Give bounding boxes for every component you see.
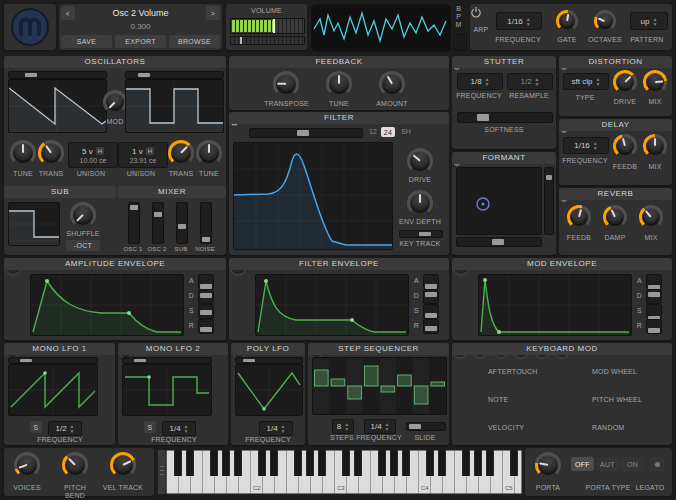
distortion-type-selector[interactable]: sft clp ▲▼ xyxy=(563,73,609,90)
stepper-arrows-icon[interactable]: ▲▼ xyxy=(595,77,600,86)
distortion-mix-knob[interactable] xyxy=(643,70,667,94)
lfo1-frequency-selector[interactable]: 1/2 ▲▼ xyxy=(48,421,82,436)
filter-env-depth-knob[interactable] xyxy=(407,190,433,216)
osc1-unison-display[interactable]: 5 v H 10.00 ce xyxy=(68,142,118,168)
osc2-unison-display[interactable]: 1 v H 23.91 ce xyxy=(118,142,168,168)
stepper-arrows-icon[interactable]: ▲▼ xyxy=(593,141,598,150)
amp-sustain-slider[interactable] xyxy=(198,304,214,319)
formant-xy-pad[interactable] xyxy=(456,167,542,235)
delay-frequency-selector[interactable]: 1/16 ▲▼ xyxy=(563,137,609,154)
porta-off-button[interactable]: OFF xyxy=(571,457,594,471)
filter-decay-slider[interactable] xyxy=(423,289,439,304)
osc1-harmonize-button[interactable]: H xyxy=(96,147,104,155)
sub-waveform-display[interactable] xyxy=(8,202,60,246)
mod-release-slider[interactable] xyxy=(646,319,662,334)
voices-knob[interactable] xyxy=(14,452,40,478)
arp-gate-knob[interactable] xyxy=(556,10,578,32)
stutter-resample-selector[interactable]: 1/2 ▲▼ xyxy=(507,73,553,90)
helm-logo-icon[interactable] xyxy=(9,6,51,48)
osc2-tune-knob[interactable] xyxy=(196,140,222,166)
amp-release-slider[interactable] xyxy=(198,319,214,334)
stepseq-frequency-selector[interactable]: 1/4 ▲▼ xyxy=(364,419,396,434)
patch-next-button[interactable]: > xyxy=(206,6,220,20)
amp-attack-slider[interactable] xyxy=(198,274,214,289)
stepper-arrows-icon[interactable]: ▲▼ xyxy=(70,424,75,433)
mixer-osc2-slider[interactable] xyxy=(152,202,164,244)
arp-octaves-knob[interactable] xyxy=(594,10,616,32)
feedback-amount-knob[interactable] xyxy=(379,71,405,97)
osc1-trans-knob[interactable] xyxy=(38,140,64,166)
stepper-arrows-icon[interactable]: ▲▼ xyxy=(652,17,657,26)
save-button[interactable]: SAVE xyxy=(61,35,112,48)
delay-feedback-knob[interactable] xyxy=(613,134,637,158)
osc2-harmonize-button[interactable]: H xyxy=(146,147,154,155)
lfo2-wave-slider[interactable] xyxy=(122,357,212,364)
stepper-arrows-icon[interactable]: ▲▼ xyxy=(485,77,490,86)
keyboard-scroll-handle[interactable] xyxy=(158,450,166,494)
sub-octave-button[interactable]: -OCT xyxy=(66,240,100,251)
mod-sustain-slider[interactable] xyxy=(646,304,662,319)
osc-mod-knob[interactable] xyxy=(103,90,127,114)
filter-drive-knob[interactable] xyxy=(407,148,433,174)
export-button[interactable]: EXPORT xyxy=(115,35,166,48)
mixer-osc1-slider[interactable] xyxy=(128,202,140,244)
porta-on-button[interactable]: ON xyxy=(621,457,644,471)
sub-shuffle-knob[interactable] xyxy=(70,202,96,228)
stepper-arrows-icon[interactable]: ▲▼ xyxy=(184,424,189,433)
stutter-frequency-selector[interactable]: 1/8 ▲▼ xyxy=(457,73,503,90)
stepper-arrows-icon[interactable]: ▲▼ xyxy=(535,77,540,86)
lfo2-sync-button[interactable]: S xyxy=(144,421,156,433)
stepseq-slide-slider[interactable] xyxy=(406,422,446,431)
bpm-display[interactable] xyxy=(453,34,467,51)
reverb-mix-knob[interactable] xyxy=(639,205,663,229)
mod-attack-slider[interactable] xyxy=(646,274,662,289)
feedback-tune-knob[interactable] xyxy=(326,71,352,97)
delay-mix-knob[interactable] xyxy=(643,134,667,158)
filter-blend-slider[interactable] xyxy=(249,128,363,138)
stepper-arrows-icon[interactable]: ▲▼ xyxy=(344,422,349,431)
polylfo-frequency-selector[interactable]: 1/4 ▲▼ xyxy=(259,421,293,436)
polylfo-waveform-display[interactable] xyxy=(235,364,303,416)
filter-24db-toggle[interactable]: 24 xyxy=(381,127,395,137)
polylfo-wave-slider[interactable] xyxy=(235,357,303,364)
filter-12db-toggle[interactable]: 12 xyxy=(367,127,379,137)
filter-key-track-slider[interactable] xyxy=(399,230,443,238)
formant-x-slider[interactable] xyxy=(456,237,542,247)
stepseq-display[interactable] xyxy=(312,357,447,415)
porta-auto-button[interactable]: AUT xyxy=(596,457,619,471)
amp-envelope-display[interactable] xyxy=(30,274,184,336)
lfo1-wave-slider[interactable] xyxy=(8,357,98,364)
distortion-drive-knob[interactable] xyxy=(613,70,637,94)
pitch-bend-knob[interactable] xyxy=(62,452,88,478)
stepper-arrows-icon[interactable]: ▲▼ xyxy=(385,422,390,431)
patch-name[interactable]: Osc 2 Volume xyxy=(77,6,204,20)
browse-button[interactable]: BROWSE xyxy=(169,35,220,48)
stepper-arrows-icon[interactable]: ▲▼ xyxy=(526,17,531,26)
patch-prev-button[interactable]: < xyxy=(61,6,75,20)
osc2-waveform-display[interactable] xyxy=(125,79,224,133)
lfo1-waveform-display[interactable] xyxy=(8,364,98,416)
legato-toggle[interactable] xyxy=(649,457,665,471)
mod-decay-slider[interactable] xyxy=(646,289,662,304)
mixer-sub-slider[interactable] xyxy=(176,202,188,244)
filter-release-slider[interactable] xyxy=(423,319,439,334)
arp-pattern-selector[interactable]: up ▲▼ xyxy=(630,12,668,30)
filter-sustain-slider[interactable] xyxy=(423,304,439,319)
volume-slider[interactable] xyxy=(230,18,305,34)
mod-envelope-display[interactable] xyxy=(478,274,632,336)
amp-decay-slider[interactable] xyxy=(198,289,214,304)
reverb-feedback-knob[interactable] xyxy=(567,205,591,229)
mixer-noise-slider[interactable] xyxy=(200,202,212,244)
keyboard[interactable]: C2 C3 C4 C5 xyxy=(158,450,522,494)
lfo2-waveform-display[interactable] xyxy=(122,364,212,416)
stutter-softness-slider[interactable] xyxy=(457,112,553,123)
feedback-transpose-knob[interactable] xyxy=(273,71,299,97)
stepseq-steps-selector[interactable]: 8 ▲▼ xyxy=(332,419,354,434)
lfo1-sync-button[interactable]: S xyxy=(30,421,42,433)
filter-envelope-display[interactable] xyxy=(255,274,409,336)
volume-slider-handle[interactable] xyxy=(273,19,275,33)
osc1-wave-slider[interactable] xyxy=(8,71,107,79)
osc2-wave-slider[interactable] xyxy=(125,71,224,79)
filter-sh-toggle[interactable]: SH xyxy=(399,127,413,137)
formant-y-slider[interactable] xyxy=(544,167,554,235)
